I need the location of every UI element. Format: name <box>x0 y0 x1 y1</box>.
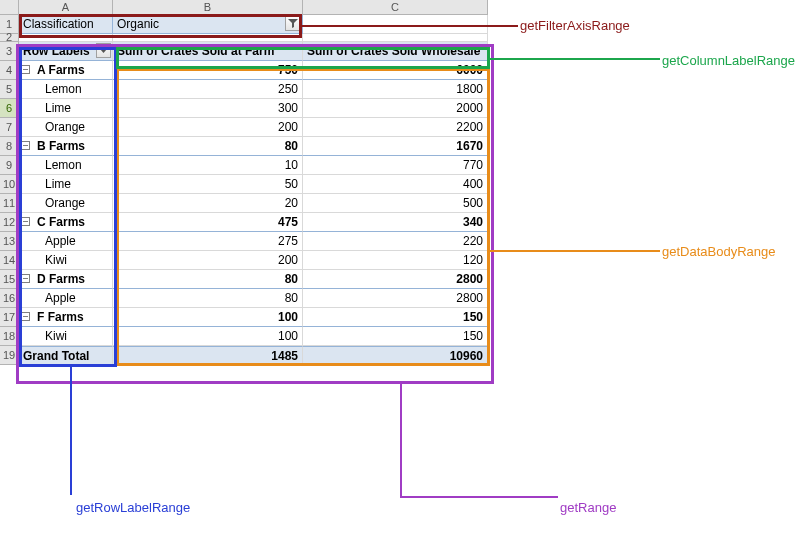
row-label: Orange <box>45 120 85 134</box>
filter-value-cell[interactable]: Organic <box>113 15 303 34</box>
value-farm[interactable]: 200 <box>113 251 303 270</box>
item-label-cell[interactable]: Orange <box>19 194 113 213</box>
row-header-14[interactable]: 14 <box>0 251 19 270</box>
row-header-10[interactable]: 10 <box>0 175 19 194</box>
leader-range-v <box>400 384 402 496</box>
value-wholesale[interactable]: 1800 <box>303 80 488 99</box>
row-header-16[interactable]: 16 <box>0 289 19 308</box>
item-label-cell[interactable]: Apple <box>19 232 113 251</box>
grand-total-label[interactable]: Grand Total <box>19 346 113 365</box>
row-label: D Farms <box>37 272 85 286</box>
row-label: Orange <box>45 196 85 210</box>
collapse-icon[interactable] <box>21 65 30 74</box>
select-all-corner[interactable] <box>0 0 19 15</box>
item-label-cell[interactable]: Orange <box>19 118 113 137</box>
collapse-icon[interactable] <box>21 274 30 283</box>
value-wholesale[interactable]: 2800 <box>303 270 488 289</box>
col-label-2[interactable]: Sum of Crates Sold Wholesale <box>303 42 488 61</box>
item-label-cell[interactable]: Kiwi <box>19 327 113 346</box>
value-farm[interactable]: 80 <box>113 137 303 156</box>
value-farm[interactable]: 80 <box>113 270 303 289</box>
cell-a2[interactable] <box>19 34 113 42</box>
row-header-6[interactable]: 6 <box>0 99 19 118</box>
group-label-cell[interactable]: B Farms <box>19 137 113 156</box>
value-farm[interactable]: 100 <box>113 308 303 327</box>
col-label-1[interactable]: Sum of Crates Sold at Farm <box>113 42 303 61</box>
row-header-11[interactable]: 11 <box>0 194 19 213</box>
row-header-2[interactable]: 2 <box>0 34 19 42</box>
value-wholesale[interactable]: 2000 <box>303 99 488 118</box>
col-header-a[interactable]: A <box>19 0 113 15</box>
value-farm[interactable]: 80 <box>113 289 303 308</box>
item-label-cell[interactable]: Lime <box>19 175 113 194</box>
collapse-icon[interactable] <box>21 141 30 150</box>
row-labels-dropdown[interactable] <box>96 43 111 58</box>
item-label-cell[interactable]: Lime <box>19 99 113 118</box>
row-header-15[interactable]: 15 <box>0 270 19 289</box>
row-label: Lime <box>45 177 71 191</box>
item-label-cell[interactable]: Lemon <box>19 156 113 175</box>
leader-rowlabel-v <box>70 367 72 495</box>
value-farm[interactable]: 750 <box>113 61 303 80</box>
value-farm[interactable]: 250 <box>113 80 303 99</box>
value-farm[interactable]: 50 <box>113 175 303 194</box>
value-wholesale[interactable]: 400 <box>303 175 488 194</box>
row-header-7[interactable]: 7 <box>0 118 19 137</box>
value-farm[interactable]: 10 <box>113 156 303 175</box>
value-wholesale[interactable]: 500 <box>303 194 488 213</box>
row-header-9[interactable]: 9 <box>0 156 19 175</box>
value-farm[interactable]: 275 <box>113 232 303 251</box>
value-wholesale[interactable]: 2800 <box>303 289 488 308</box>
value-wholesale[interactable]: 150 <box>303 308 488 327</box>
row-header-8[interactable]: 8 <box>0 137 19 156</box>
value-wholesale[interactable]: 2200 <box>303 118 488 137</box>
row-header-3[interactable]: 3 <box>0 42 19 61</box>
value-farm[interactable]: 100 <box>113 327 303 346</box>
row-header-4[interactable]: 4 <box>0 61 19 80</box>
group-label-cell[interactable]: F Farms <box>19 308 113 327</box>
leader-range-h <box>400 496 558 498</box>
pivot-child-row: 7Orange2002200 <box>0 118 488 137</box>
row-label: A Farms <box>37 63 85 77</box>
grand-total-v2[interactable]: 10960 <box>303 346 488 365</box>
value-wholesale[interactable]: 220 <box>303 232 488 251</box>
group-label-cell[interactable]: D Farms <box>19 270 113 289</box>
row-header-5[interactable]: 5 <box>0 80 19 99</box>
value-wholesale[interactable]: 770 <box>303 156 488 175</box>
col-header-c[interactable]: C <box>303 0 488 15</box>
row-header-12[interactable]: 12 <box>0 213 19 232</box>
item-label-cell[interactable]: Lemon <box>19 80 113 99</box>
value-farm[interactable]: 475 <box>113 213 303 232</box>
group-label-cell[interactable]: C Farms <box>19 213 113 232</box>
value-wholesale[interactable]: 1670 <box>303 137 488 156</box>
filter-dropdown-button[interactable] <box>285 16 301 31</box>
pivot-child-row: 6Lime3002000 <box>0 99 488 118</box>
row-labels-header[interactable]: Row Labels <box>19 42 113 61</box>
row-header-19[interactable]: 19 <box>0 346 19 365</box>
grand-total-v1[interactable]: 1485 <box>113 346 303 365</box>
value-wholesale[interactable]: 340 <box>303 213 488 232</box>
value-farm[interactable]: 300 <box>113 99 303 118</box>
filter-field-cell[interactable]: Classification <box>19 15 113 34</box>
row-label: Lemon <box>45 82 82 96</box>
item-label-cell[interactable]: Kiwi <box>19 251 113 270</box>
value-farm[interactable]: 20 <box>113 194 303 213</box>
pivot-group-row: 17F Farms100150 <box>0 308 488 327</box>
value-farm[interactable]: 200 <box>113 118 303 137</box>
col-header-b[interactable]: B <box>113 0 303 15</box>
row-header-17[interactable]: 17 <box>0 308 19 327</box>
row-header-18[interactable]: 18 <box>0 327 19 346</box>
collapse-icon[interactable] <box>21 217 30 226</box>
item-label-cell[interactable]: Apple <box>19 289 113 308</box>
value-wholesale[interactable]: 6000 <box>303 61 488 80</box>
pivot-child-row: 5Lemon2501800 <box>0 80 488 99</box>
cell-c2[interactable] <box>303 34 488 42</box>
collapse-icon[interactable] <box>21 312 30 321</box>
value-wholesale[interactable]: 150 <box>303 327 488 346</box>
cell-b2[interactable] <box>113 34 303 42</box>
row-label: Kiwi <box>45 253 67 267</box>
value-wholesale[interactable]: 120 <box>303 251 488 270</box>
group-label-cell[interactable]: A Farms <box>19 61 113 80</box>
column-headers: A B C <box>0 0 488 15</box>
row-header-13[interactable]: 13 <box>0 232 19 251</box>
